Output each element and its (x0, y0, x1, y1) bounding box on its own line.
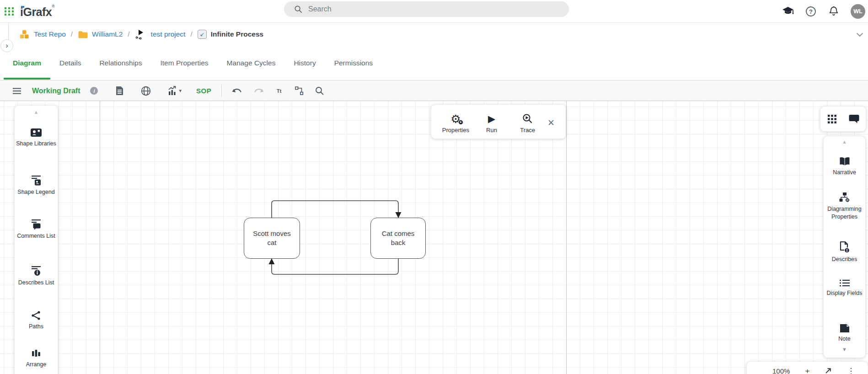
describes-list-button[interactable]: Describes List (15, 266, 58, 287)
trace-button[interactable]: Trace (509, 112, 546, 134)
performance-dropdown-button[interactable]: ▾ (167, 85, 182, 97)
search-input[interactable] (308, 5, 546, 13)
chart-icon (167, 86, 177, 96)
svg-text:?: ? (809, 8, 813, 15)
diagram-canvas[interactable]: Scott moves cat Cat comes back (0, 101, 868, 374)
sop-button[interactable]: SOP (196, 87, 211, 95)
paths-button[interactable]: Paths (15, 310, 58, 331)
global-search[interactable] (284, 1, 569, 17)
igrafx-logo: iGrafx® (20, 4, 54, 19)
page-boundary-left (100, 101, 100, 374)
right-tool-panel: ▲ Narrative Diagramming Pro (823, 136, 866, 358)
narrative-button[interactable]: Narrative (824, 156, 865, 176)
zoom-in-button[interactable]: + (805, 367, 809, 374)
version-selector[interactable]: Working Draft (32, 87, 80, 95)
user-avatar[interactable]: WL (851, 4, 865, 19)
diagram-icon: ↙ (198, 30, 207, 39)
redo-icon (253, 87, 264, 95)
breadcrumb-separator: / (127, 30, 130, 38)
display-fields-button[interactable]: Display Fields (824, 279, 865, 297)
comments-list-button[interactable]: Comments List (15, 219, 58, 240)
arrange-button[interactable]: Arrange (15, 349, 58, 369)
logo-text: iGrafx (20, 5, 52, 18)
shape-libraries-button[interactable]: Shape Libraries (15, 128, 58, 148)
tab-details[interactable]: Details (50, 46, 90, 80)
breadcrumb-item-williaml2[interactable]: WilliamL2 (92, 30, 123, 38)
properties-button[interactable]: ⚙ Properties (438, 112, 474, 134)
document-view-button[interactable] (114, 85, 124, 97)
notifications-button[interactable] (828, 5, 840, 17)
close-toolbar-button[interactable]: ✕ (546, 116, 557, 130)
diagram-shape-cat-comes-back[interactable]: Cat comes back (370, 218, 426, 259)
run-button[interactable]: ▶ Run (474, 112, 510, 134)
diagram-chip-arrow: ↙ (200, 31, 204, 37)
tab-relationships[interactable]: Relationships (90, 46, 151, 80)
grid-view-button[interactable] (827, 114, 837, 124)
tab-history[interactable]: History (284, 46, 325, 80)
describes-icon (839, 241, 850, 253)
undo-button[interactable] (232, 85, 243, 97)
breadcrumb-item-test-repo[interactable]: Test Repo (34, 30, 66, 38)
describes-list-label: Describes List (15, 279, 57, 287)
scroll-down-button[interactable]: ▼ (824, 347, 865, 352)
tab-item-properties[interactable]: Item Properties (151, 46, 217, 80)
grid-icon (827, 114, 837, 124)
app-window: iGrafx® ? (0, 0, 868, 374)
zoom-level[interactable]: 100% (772, 367, 790, 374)
item-tabs: Diagram Details Relationships Item Prope… (0, 46, 868, 80)
breadcrumb-row: Test Repo / WilliamL2 / test project / ↙… (0, 23, 868, 46)
arrange-icon (32, 349, 41, 358)
connector-layer (0, 101, 868, 374)
scroll-up-button[interactable]: ▲ (824, 139, 865, 144)
note-icon (839, 324, 850, 333)
version-info-icon[interactable]: i (90, 87, 98, 95)
trace-icon (522, 113, 533, 124)
app-launcher-button[interactable] (4, 6, 15, 17)
narrative-icon (839, 156, 851, 166)
tab-permissions[interactable]: Permissions (325, 46, 382, 80)
web-view-button[interactable] (141, 85, 151, 97)
note-button[interactable]: Note (824, 324, 865, 343)
undo-icon (232, 87, 243, 95)
chevron-down-icon (856, 32, 863, 37)
comments-view-button[interactable] (849, 114, 859, 124)
project-icon (135, 29, 147, 39)
note-label: Note (824, 335, 866, 343)
breadcrumb-item-current: Infinite Process (211, 30, 263, 38)
describes-button[interactable]: Describes (824, 241, 865, 263)
connector-top (272, 201, 398, 218)
diagramming-properties-label: Diagramming Properties (824, 205, 866, 221)
zoom-controls: 100% + ⋮ (746, 361, 868, 374)
fit-to-screen-button[interactable] (825, 367, 832, 374)
graduation-cap-icon (782, 6, 794, 16)
properties-label: Properties (442, 127, 469, 134)
info-i-glyph: i (93, 88, 95, 94)
expand-sidebar-button[interactable]: › (0, 39, 13, 52)
scroll-up-button[interactable]: ▲ (15, 109, 58, 115)
breadcrumb-item-test-project[interactable]: test project (151, 30, 186, 38)
run-label: Run (486, 127, 497, 134)
redo-button[interactable] (253, 85, 264, 97)
breadcrumb-expand-button[interactable] (856, 31, 863, 39)
gear-icon: ⚙ (450, 113, 461, 124)
more-options-button[interactable]: ⋮ (847, 367, 855, 374)
narrative-label: Narrative (824, 169, 866, 176)
diagram-shape-scott-moves-cat[interactable]: Scott moves cat (244, 218, 300, 259)
diagramming-properties-button[interactable]: Diagramming Properties (824, 192, 865, 221)
help-button[interactable]: ? (805, 5, 817, 17)
zoom-tool-button[interactable] (314, 85, 324, 97)
shape-legend-button[interactable]: Shape Legend (15, 175, 58, 196)
toolbar-divider (221, 85, 222, 97)
academy-button[interactable] (782, 5, 794, 17)
diagramming-properties-icon (839, 192, 851, 203)
connector-tool-button[interactable] (294, 85, 304, 97)
paths-icon (31, 310, 41, 321)
text-tool-button[interactable]: Tt (274, 85, 284, 97)
shape-legend-icon (31, 175, 42, 186)
breadcrumb-separator: / (70, 30, 74, 38)
tab-manage-cycles[interactable]: Manage Cycles (218, 46, 285, 80)
diagram-menu-button[interactable] (12, 85, 22, 97)
shape-context-toolbar: ⚙ Properties ▶ Run Trace ✕ (431, 104, 566, 139)
describes-label: Describes (824, 256, 866, 263)
document-icon (116, 86, 123, 96)
